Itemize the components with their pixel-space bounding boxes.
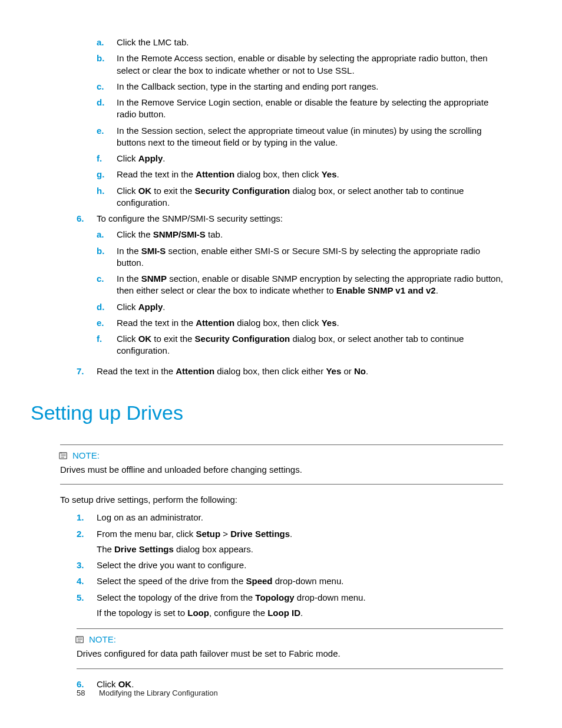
marker-h: h. <box>97 185 117 209</box>
text: Click OK to exit the Security Configurat… <box>117 185 503 209</box>
step-7: 7. Read the text in the Attention dialog… <box>77 365 503 377</box>
substep-f: f. Click Apply. <box>97 153 503 164</box>
substep-a: a. Click the LMC tab. <box>97 37 503 48</box>
step-6: 6. To configure the SNMP/SMI-S security … <box>77 213 503 361</box>
text: In the Remove Service Login section, ena… <box>117 97 503 121</box>
substep-b: b. In the Remote Access section, enable … <box>97 52 503 77</box>
substep-a: a. Click the SNMP/SMI-S tab. <box>97 229 503 241</box>
note-label: NOTE: <box>72 450 100 462</box>
note-text: Drives configured for data path failover… <box>77 648 503 660</box>
substep-c: c. In the SNMP section, enable or disabl… <box>97 273 503 297</box>
intro-paragraph: To setup drive settings, perform the fol… <box>60 494 503 506</box>
drive-step-3: 3. Select the drive you want to configur… <box>77 559 503 571</box>
step6-intro: To configure the SNMP/SMI-S security set… <box>97 213 503 225</box>
substeps-security: a. Click the LMC tab. b. In the Remote A… <box>97 37 503 209</box>
note-label: NOTE: <box>89 634 116 645</box>
note-box-1: NOTE: Drives must be offline and unloade… <box>60 444 503 485</box>
substep-d: d. In the Remove Service Login section, … <box>97 97 503 121</box>
marker-e: e. <box>97 125 117 149</box>
steps-continued: 6. To configure the SNMP/SMI-S security … <box>77 213 503 377</box>
drive-step-1: 1. Log on as an administrator. <box>77 512 503 523</box>
note-heading: NOTE: <box>58 450 503 462</box>
text: In the Remote Access section, enable or … <box>117 52 503 77</box>
substep-g: g. Read the text in the Attention dialog… <box>97 169 503 180</box>
substep-d: d. Click Apply. <box>97 301 503 313</box>
marker-d: d. <box>97 97 117 121</box>
marker-b: b. <box>97 52 117 77</box>
substep-e: e. In the Session section, select the ap… <box>97 125 503 149</box>
substeps-snmp: a. Click the SNMP/SMI-S tab. b. In the S… <box>97 229 503 357</box>
marker-a: a. <box>97 37 117 48</box>
drive-step-5: 5. Select the topology of the drive from… <box>77 592 503 620</box>
chapter-title: Modifying the Library Configuration <box>99 689 218 697</box>
page-number: 58 <box>77 689 85 697</box>
drive-steps: 1. Log on as an administrator. 2. From t… <box>77 512 503 619</box>
marker-c: c. <box>97 81 117 93</box>
substep-f: f. Click OK to exit the Security Configu… <box>97 333 503 357</box>
text: Read the text in the Attention dialog bo… <box>117 169 503 180</box>
note-icon <box>58 451 69 460</box>
drive-step-2: 2. From the menu bar, click Setup > Driv… <box>77 528 503 556</box>
text: In the Callback section, type in the sta… <box>117 81 503 93</box>
substep-c: c. In the Callback section, type in the … <box>97 81 503 93</box>
note-heading: NOTE: <box>75 634 503 645</box>
note-box-2: NOTE: Drives configured for data path fa… <box>77 628 503 669</box>
substep-e: e. Read the text in the Attention dialog… <box>97 317 503 329</box>
page-footer: 58 Modifying the Library Configuration <box>77 688 218 699</box>
section-heading: Setting up Drives <box>31 400 503 427</box>
note-text: Drives must be offline and unloaded befo… <box>60 464 503 476</box>
drive-step-4: 4. Select the speed of the drive from th… <box>77 575 503 587</box>
marker-f: f. <box>97 153 117 164</box>
substep-h: h. Click OK to exit the Security Configu… <box>97 185 503 209</box>
note-icon <box>75 635 85 644</box>
text: Click the LMC tab. <box>117 37 503 48</box>
text: In the Session section, select the appro… <box>117 125 503 149</box>
marker-g: g. <box>97 169 117 180</box>
substep-b: b. In the SMI-S section, enable either S… <box>97 245 503 269</box>
marker-6: 6. <box>77 213 97 361</box>
text: Click Apply. <box>117 153 503 164</box>
marker-7: 7. <box>77 365 97 377</box>
